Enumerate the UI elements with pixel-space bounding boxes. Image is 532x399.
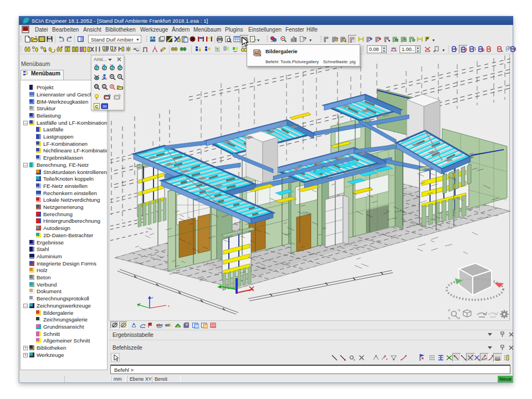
svg-text:y: y	[103, 63, 104, 66]
svg-text:z: z	[151, 296, 153, 299]
svg-text:R: R	[111, 85, 114, 89]
svg-text:z: z	[95, 63, 96, 66]
svg-text:ab: ab	[165, 323, 170, 327]
svg-text:?: ?	[304, 36, 307, 42]
svg-text:3D: 3D	[103, 105, 107, 108]
svg-text:abc: abc	[156, 323, 163, 327]
svg-text:x: x	[168, 304, 170, 308]
svg-text:C: C	[95, 104, 99, 109]
svg-text:x: x	[110, 63, 111, 66]
